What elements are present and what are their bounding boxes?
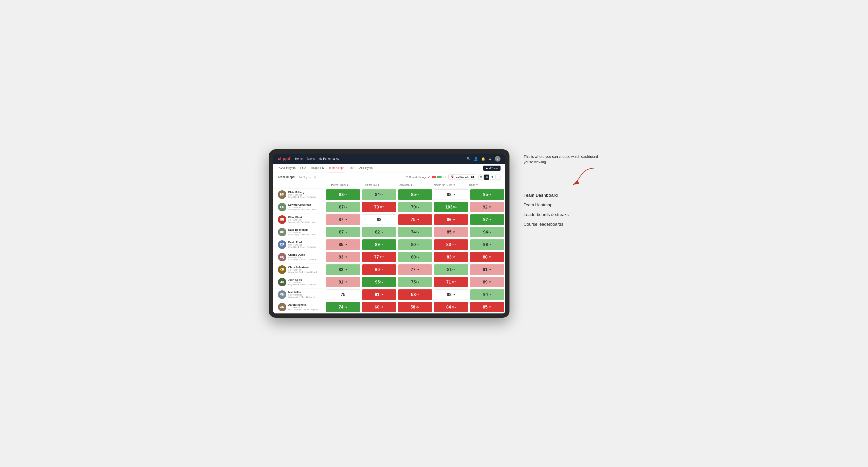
score-box: 60-1▼ bbox=[362, 302, 396, 312]
tab-tour[interactable]: Tour bbox=[349, 164, 354, 173]
score-change: -21▲ bbox=[452, 306, 456, 308]
score-number: 87 bbox=[339, 230, 344, 235]
score-cell: 73-11▼ bbox=[361, 201, 397, 213]
player-cell[interactable]: EEElliot Ebert1-5 HandicapSunningdale Go… bbox=[273, 214, 325, 226]
col-player bbox=[278, 182, 330, 188]
score-number: 92 bbox=[483, 205, 488, 210]
score-change: -1▼ bbox=[380, 306, 383, 308]
download-button[interactable]: ↓ bbox=[495, 175, 500, 180]
player-cell[interactable]: CRChris Robertson1-5 HandicapCraigmillar… bbox=[273, 263, 325, 276]
tab-pga[interactable]: PGA bbox=[300, 164, 306, 173]
player-cell[interactable]: JCJosh Coles1-5 HandicapRoyal North Devo… bbox=[273, 276, 325, 288]
player-club: St. George's Hill GC - Weybridge - Surre… bbox=[288, 258, 319, 261]
score-box: 86-8▼ bbox=[470, 252, 504, 262]
score-number: 85 bbox=[411, 192, 416, 197]
score-number: 88 bbox=[447, 292, 452, 297]
table-body: BMBlair McHargPlus HandicapRoyal North D… bbox=[273, 188, 505, 313]
tab-team-clippd[interactable]: Team Clippd bbox=[329, 164, 344, 173]
person-view-button[interactable]: 👤 bbox=[490, 175, 495, 180]
col-off-tee[interactable]: Off the Tee ▼ bbox=[364, 182, 398, 188]
score-cell: 814▲ bbox=[433, 263, 469, 276]
round-change: 20 Round Change -5 +5 bbox=[405, 176, 446, 179]
nav-logo[interactable]: clippd bbox=[278, 157, 290, 161]
annotation-panel: This is where you can choose which dashb… bbox=[524, 149, 599, 227]
player-cell[interactable]: ANAaron Nicholls11-15 HandicapDrift Golf… bbox=[273, 301, 325, 313]
score-number: 87 bbox=[339, 205, 344, 210]
search-icon[interactable]: 🔍 bbox=[467, 157, 470, 161]
player-name: Edward Crossman bbox=[288, 203, 319, 206]
player-cell[interactable]: DFDavid FordPlus HandicapRoyal North Dev… bbox=[273, 239, 325, 251]
score-cell: 85-4▼ bbox=[469, 301, 505, 313]
player-cell[interactable]: DBDave Billingham1-5 HandicapGog Magog G… bbox=[273, 226, 325, 238]
col-around-green[interactable]: Around the Green ▼ bbox=[432, 182, 466, 188]
score-change: 7▲ bbox=[380, 244, 383, 246]
score-box: 86-6▼ bbox=[434, 214, 468, 225]
last-rounds-button[interactable]: 📅 Last Rounds: 20 bbox=[448, 174, 476, 180]
score-box: 741▲ bbox=[398, 227, 432, 237]
edit-icon[interactable]: ✏ bbox=[314, 176, 316, 179]
annotation-item-leaderboards-streaks[interactable]: Leaderboards & streaks bbox=[524, 212, 599, 217]
user-icon[interactable]: 👤 bbox=[474, 157, 478, 161]
avatar: MM bbox=[278, 290, 286, 299]
bell-icon[interactable]: 🔔 bbox=[481, 157, 485, 161]
score-cell: 88-1▼ bbox=[433, 188, 469, 201]
player-cell[interactable]: CQCharlie Quick6-10 HandicapSt. George's… bbox=[273, 251, 325, 263]
table-row: ECEdward Crossman1-5 HandicapSunningdale… bbox=[273, 201, 505, 214]
tab-all-players[interactable]: All Players bbox=[359, 164, 373, 173]
score-number: 75 bbox=[411, 280, 416, 285]
settings-icon[interactable]: ⚙ bbox=[489, 157, 492, 161]
tablet-screen: clippd Home Teams My Performance 🔍 👤 🔔 ⚙… bbox=[273, 154, 505, 313]
grid-view-button[interactable]: ⊞ bbox=[478, 175, 484, 180]
score-number: 103 bbox=[445, 205, 453, 210]
player-info: Dave Billingham1-5 HandicapGog Magog Gol… bbox=[288, 228, 319, 236]
table-row: CQCharlie Quick6-10 HandicapSt. George's… bbox=[273, 251, 505, 263]
score-number: 81 bbox=[339, 280, 343, 285]
score-number: 94 bbox=[483, 230, 488, 235]
heatmap-view-button[interactable]: ▦ bbox=[484, 175, 489, 180]
col-putting[interactable]: Putting ▼ bbox=[466, 182, 500, 188]
score-change: -3▼ bbox=[344, 244, 347, 246]
annotation-item-course-leaderboards[interactable]: Course leaderboards bbox=[524, 222, 599, 227]
nav-link-my-performance[interactable]: My Performance bbox=[318, 157, 339, 160]
score-number: 88 bbox=[447, 192, 452, 197]
score-box: 73-11▼ bbox=[362, 202, 396, 212]
score-box: 89-2▼ bbox=[470, 277, 504, 287]
heat-green-bar bbox=[437, 176, 441, 178]
score-cell: 60-1▼ bbox=[361, 301, 397, 313]
avatar[interactable]: U bbox=[495, 156, 500, 161]
col-approach[interactable]: Approach ▼ bbox=[398, 182, 432, 188]
player-cell[interactable]: MMMatt Miller6-10 HandicapWoburn Golf Cl… bbox=[273, 288, 325, 301]
score-cell: 958▲ bbox=[361, 276, 397, 288]
score-cell: 92-3▼ bbox=[469, 201, 505, 213]
table-row: BMBlair McHargPlus HandicapRoyal North D… bbox=[273, 188, 505, 201]
score-change: 4▲ bbox=[416, 294, 419, 295]
heat-red-bar bbox=[432, 176, 436, 178]
score-number: 93 bbox=[339, 192, 344, 197]
col-player-quality[interactable]: Player Quality ▼ bbox=[330, 182, 364, 188]
score-cell: 85-3▼ bbox=[325, 239, 361, 251]
nav-link-teams[interactable]: Teams bbox=[306, 157, 315, 160]
score-number: 83 bbox=[339, 255, 343, 260]
tab-pgat-players[interactable]: PGAT Players bbox=[278, 164, 296, 173]
add-team-button[interactable]: Add Team bbox=[483, 165, 500, 171]
team-name: Team Clippd bbox=[278, 176, 294, 179]
nav-link-home[interactable]: Home bbox=[295, 157, 303, 160]
score-cell: 83-6▼ bbox=[433, 251, 469, 263]
tab-hcaps[interactable]: Hcaps 1-5 bbox=[311, 164, 324, 173]
score-number: 74 bbox=[339, 305, 343, 310]
score-number: 82 bbox=[339, 267, 343, 272]
annotation-item-team-dashboard[interactable]: Team Dashboard bbox=[524, 193, 599, 198]
score-number: 88 bbox=[377, 217, 381, 222]
player-name: Elliot Ebert bbox=[288, 216, 319, 219]
score-change: 6▲ bbox=[380, 194, 383, 195]
score-box: 88-2▼ bbox=[434, 289, 468, 300]
score-change: -3▼ bbox=[488, 269, 492, 271]
score-number: 58 bbox=[411, 305, 415, 310]
score-cell: 88-2▼ bbox=[433, 288, 469, 301]
score-change: 8▲ bbox=[416, 194, 419, 195]
player-cell[interactable]: BMBlair McHargPlus HandicapRoyal North D… bbox=[273, 188, 325, 201]
score-change: 9▲ bbox=[488, 194, 491, 195]
score-box: 824▲ bbox=[362, 227, 396, 237]
annotation-item-team-heatmap[interactable]: Team Heatmap bbox=[524, 203, 599, 208]
player-cell[interactable]: ECEdward Crossman1-5 HandicapSunningdale… bbox=[273, 201, 325, 213]
